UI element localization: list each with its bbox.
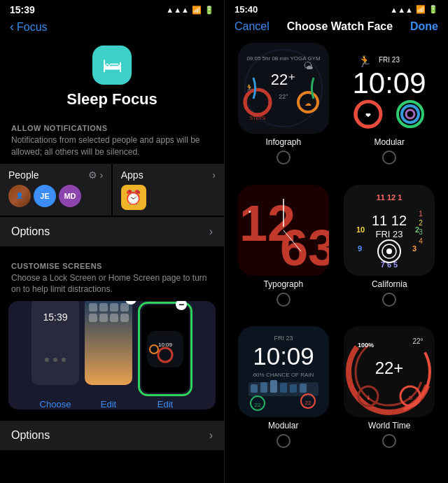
edit-watch-label[interactable]: Edit: [158, 399, 173, 410]
people-box-header: People ⚙ ›: [8, 169, 103, 181]
app-dot: [89, 314, 97, 322]
apps-box[interactable]: Apps › ⏰: [113, 164, 224, 216]
apps-arrow-icon: ›: [212, 169, 216, 181]
svg-text:1: 1: [419, 210, 423, 218]
right-status-bar: 15:40 ▲▲▲ 📶 🔋: [225, 0, 448, 18]
svg-rect-57: [290, 384, 297, 393]
svg-text:STEPS: STEPS: [249, 115, 265, 120]
lock-dot-1: [45, 358, 49, 362]
svg-text:100%: 100%: [358, 342, 374, 349]
svg-text:9: 9: [358, 244, 362, 253]
svg-text:22+: 22+: [375, 358, 404, 377]
svg-text:🌤: 🌤: [303, 60, 313, 71]
modular2-name: Modular: [268, 421, 298, 430]
svg-text:🏃: 🏃: [245, 83, 254, 92]
allow-notifications-desc: Notifications from selected people and a…: [0, 134, 224, 164]
choose-nav-bar: Cancel Choose Watch Face Done: [225, 18, 448, 40]
watch-preview: 10:09: [141, 305, 189, 393]
infograph-thumbnail: ☁ 09:05 5hr 08 min YOGA GYM 22⁺ 🌤 22° ST…: [238, 43, 329, 134]
cancel-button[interactable]: Cancel: [234, 20, 270, 33]
avatar-je: JE: [34, 185, 56, 207]
california-name: California: [372, 279, 407, 289]
left-panel: 15:39 ▲▲▲ 📶 🔋 ‹ Focus 🛏 Sleep Focus ALLO…: [0, 0, 224, 483]
svg-text:☁: ☁: [304, 99, 312, 107]
svg-point-43: [386, 248, 392, 254]
customise-screens-desc: Choose a Lock Screen or Home Screen page…: [0, 272, 224, 302]
world-time-name: World Time: [368, 421, 410, 430]
watch-face-item-world-time[interactable]: 100% 22+ 22° 🌡 ⊙ World Time: [341, 326, 439, 457]
back-button[interactable]: ‹ Focus: [10, 20, 214, 34]
customise-section: CUSTOMISE SCREENS Choose a Lock Screen o…: [0, 255, 224, 416]
modular2-radio[interactable]: [276, 434, 290, 448]
app-dot: [99, 314, 108, 322]
right-status-icons: ▲▲▲ 📶 🔋: [390, 5, 438, 14]
options-row[interactable]: Options ›: [0, 217, 224, 246]
watch-face-item-typograph[interactable]: 12 63 • Typograph: [234, 185, 332, 316]
battery-icon: 🔋: [204, 6, 214, 15]
done-button[interactable]: Done: [410, 20, 438, 33]
right-signal-icon: ▲▲▲: [390, 6, 413, 14]
lock-screen-item: 15:39 Choose: [31, 301, 79, 410]
watch-face-item-california[interactable]: 11 12 1 10 2 9 3 7 6 5 11 12 FRI 23 1 2: [341, 185, 439, 316]
avatar-image-1: 👤: [8, 185, 31, 207]
allow-notifications-label: ALLOW NOTIFICATIONS: [0, 117, 224, 134]
modular-radio[interactable]: [382, 150, 396, 164]
watch-face-item-modular[interactable]: FRI 23 🏃 10:09 ❤ Modular: [341, 43, 439, 174]
home-screen-item: − Edit: [85, 301, 132, 410]
svg-text:10: 10: [356, 225, 365, 234]
svg-text:4: 4: [419, 237, 423, 245]
app-dot: [99, 303, 108, 312]
lock-screen-dots: [31, 358, 79, 362]
back-label: Focus: [17, 21, 48, 34]
app-dot: [120, 314, 129, 322]
svg-text:63: 63: [280, 220, 329, 276]
typograph-radio[interactable]: [276, 293, 290, 307]
svg-text:22⁺: 22⁺: [271, 71, 296, 88]
watch-screen-item: − 10:09 Edit: [138, 302, 192, 410]
back-chevron-icon: ‹: [10, 20, 14, 34]
typograph-name: Typograph: [263, 279, 303, 289]
infograph-name: Infograph: [265, 137, 301, 147]
modular-name: Modular: [374, 137, 405, 147]
svg-text:11 12: 11 12: [372, 213, 407, 228]
watch-face-item-infograph[interactable]: ☁ 09:05 5hr 08 min YOGA GYM 22⁺ 🌤 22° ST…: [234, 43, 332, 174]
watch-preview-container: 10:09: [138, 302, 192, 396]
california-thumbnail: 11 12 1 10 2 9 3 7 6 5 11 12 FRI 23 1 2: [344, 185, 435, 276]
choose-label[interactable]: Choose: [40, 399, 71, 410]
svg-rect-58: [300, 384, 307, 393]
app-dot: [89, 303, 97, 312]
svg-text:10:09: 10:09: [253, 342, 314, 370]
left-time: 15:39: [10, 4, 35, 15]
svg-text:FRI 23: FRI 23: [379, 56, 400, 64]
edit-home-label[interactable]: Edit: [101, 399, 116, 410]
lock-time-display: 15:39: [31, 312, 79, 323]
app-grid: [85, 301, 132, 328]
svg-rect-53: [251, 384, 258, 393]
svg-text:22: 22: [304, 400, 311, 406]
svg-text:3: 3: [412, 244, 416, 253]
options-arrow-icon: ›: [209, 225, 213, 238]
right-battery-icon: 🔋: [428, 5, 438, 14]
california-radio[interactable]: [382, 293, 396, 307]
right-time: 15:40: [234, 4, 258, 15]
modular-thumbnail: FRI 23 🏃 10:09 ❤: [344, 43, 435, 134]
svg-text:🌡: 🌡: [365, 394, 372, 401]
options-label: Options: [11, 225, 50, 238]
people-apps-row: People ⚙ › 👤 JE MD Apps › ⏰: [0, 164, 224, 216]
bottom-options-row[interactable]: Options ›: [0, 421, 224, 450]
people-box[interactable]: People ⚙ › 👤 JE MD: [0, 164, 111, 216]
svg-text:FRI 23: FRI 23: [274, 335, 293, 342]
svg-text:3: 3: [419, 228, 423, 236]
customise-screens-label: CUSTOMISE SCREENS: [0, 255, 224, 272]
people-settings-icon: ⚙ ›: [88, 169, 104, 181]
app-dot: [110, 314, 118, 322]
infograph-radio[interactable]: [276, 150, 290, 164]
bottom-options-arrow-icon: ›: [209, 429, 213, 442]
world-time-radio[interactable]: [382, 434, 396, 448]
right-panel: 15:40 ▲▲▲ 📶 🔋 Cancel Choose Watch Face D…: [224, 0, 448, 483]
watch-faces-grid: ☁ 09:05 5hr 08 min YOGA GYM 22⁺ 🌤 22° ST…: [225, 40, 448, 460]
signal-icon: ▲▲▲: [166, 6, 189, 14]
sleep-focus-icon: 🛏: [92, 46, 132, 85]
screens-preview: 15:39 Choose −: [8, 301, 216, 410]
watch-face-item-modular2[interactable]: FRI 23 10:09 60% CHANCE OF RAIN 22: [234, 326, 332, 457]
